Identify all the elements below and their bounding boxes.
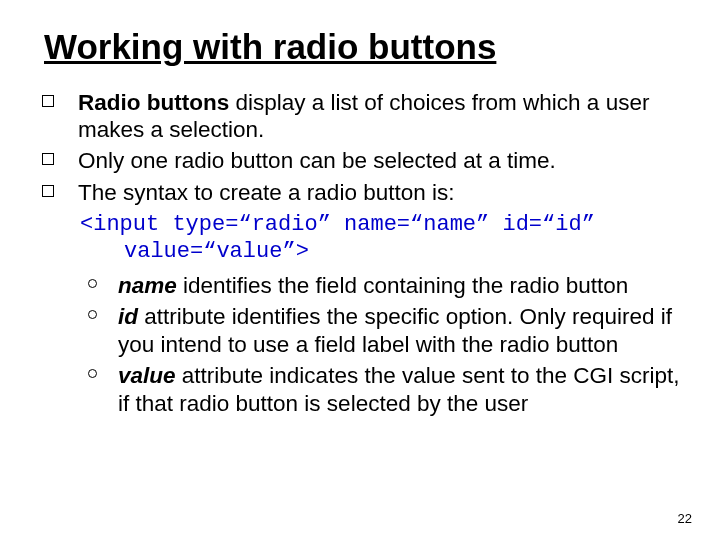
bold-italic-text: name [118,273,177,298]
list-item: The syntax to create a radio button is: [36,179,690,206]
page-title: Working with radio buttons [44,28,690,67]
page-number: 22 [678,511,692,526]
bold-text: Radio buttons [78,90,229,115]
square-bullet-icon [42,95,54,107]
main-bullet-list: Radio buttons display a list of choices … [36,89,690,207]
square-bullet-icon [42,153,54,165]
slide: Working with radio buttons Radio buttons… [0,0,720,540]
bold-italic-text: value [118,363,176,388]
code-block: <input type=“radio” name=“name” id=“id” … [80,212,690,266]
code-line: <input type=“radio” name=“name” id=“id” [80,212,690,239]
list-item: name identifies the field containing the… [88,272,690,299]
bold-italic-text: id [118,304,138,329]
text: The syntax to create a radio button is: [78,180,454,205]
text: attribute indicates the value sent to th… [118,363,680,415]
circle-bullet-icon [88,279,97,288]
sub-bullet-list: name identifies the field containing the… [88,272,690,417]
code-line: value=“value”> [80,239,690,266]
text: Only one radio button can be selected at… [78,148,556,173]
text: identifies the field containing the radi… [177,273,629,298]
list-item: Radio buttons display a list of choices … [36,89,690,144]
list-item: Only one radio button can be selected at… [36,147,690,174]
list-item: value attribute indicates the value sent… [88,362,690,417]
square-bullet-icon [42,185,54,197]
circle-bullet-icon [88,310,97,319]
circle-bullet-icon [88,369,97,378]
list-item: id attribute identifies the specific opt… [88,303,690,358]
text: attribute identifies the specific option… [118,304,672,356]
